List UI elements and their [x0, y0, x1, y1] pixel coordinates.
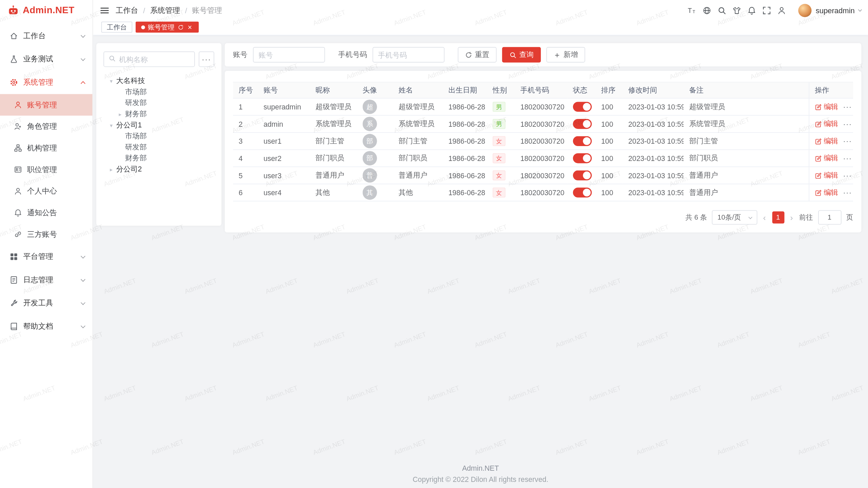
status-toggle[interactable] — [573, 102, 592, 111]
edit-label: 编辑 — [824, 170, 838, 180]
sidebar-subitem[interactable]: 角色管理 — [0, 116, 93, 137]
sidebar-item[interactable]: 帮助文档 — [0, 315, 93, 338]
fullscreen-icon[interactable] — [760, 3, 774, 18]
sidebar-item[interactable]: 开发工具 — [0, 291, 93, 315]
tree-node[interactable]: 市场部 — [103, 86, 214, 98]
language-icon[interactable] — [700, 3, 714, 18]
prev-page-button[interactable]: ‹ — [762, 213, 767, 221]
refresh-icon[interactable] — [177, 24, 184, 30]
avatar: 部 — [362, 134, 377, 148]
account-input[interactable] — [253, 47, 325, 63]
sidebar-item[interactable]: 工作台 — [0, 24, 93, 48]
cell-nickname: 系统管理员 — [310, 116, 357, 133]
theme-icon[interactable] — [730, 3, 744, 18]
tree-node[interactable]: 财务部 — [103, 153, 214, 164]
edit-button[interactable]: 编辑 — [815, 136, 838, 146]
refresh-icon — [465, 51, 472, 58]
org-more-button[interactable]: ··· — [199, 52, 214, 67]
row-more-icon[interactable]: ··· — [843, 154, 852, 162]
page-unit-label: 页 — [846, 213, 853, 222]
tree-node-label: 财务部 — [125, 153, 147, 163]
status-toggle[interactable] — [573, 119, 592, 129]
hamburger-icon[interactable] — [99, 3, 111, 18]
phone-input[interactable] — [373, 47, 445, 63]
cell-actions: 编辑··· — [809, 133, 853, 150]
edit-button[interactable]: 编辑 — [815, 153, 838, 163]
next-page-button[interactable]: › — [789, 213, 794, 221]
status-toggle[interactable] — [573, 153, 592, 163]
status-toggle[interactable] — [573, 187, 592, 197]
column-header: 状态 — [567, 82, 595, 99]
user-menu[interactable]: superadmin — [798, 4, 861, 17]
sidebar-subitem[interactable]: 机构管理 — [0, 137, 93, 159]
breadcrumb-item[interactable]: 工作台 — [116, 5, 138, 15]
cell-modified-time: 2023-01-03 10:59:44 — [623, 133, 684, 150]
tree-node[interactable]: ▾分公司1 — [103, 120, 214, 131]
sidebar-subitem[interactable]: 通知公告 — [0, 202, 93, 224]
tree-caret-icon[interactable]: ▾ — [108, 122, 115, 128]
tree-node[interactable]: 研发部 — [103, 97, 214, 108]
profile-icon[interactable] — [775, 3, 789, 18]
cell-order: 100 — [596, 150, 623, 167]
sidebar-subitem[interactable]: 账号管理 — [0, 94, 93, 116]
org-search-input[interactable] — [119, 55, 190, 63]
row-more-icon[interactable]: ··· — [843, 188, 852, 197]
search-icon[interactable] — [715, 3, 729, 18]
page-size-value: 10条/页 — [717, 213, 741, 222]
tree-caret-icon[interactable]: ▾ — [108, 78, 115, 84]
edit-button[interactable]: 编辑 — [815, 170, 838, 180]
column-header: 姓名 — [393, 82, 443, 99]
cell-nickname: 超级管理员 — [310, 99, 357, 116]
page-size-select[interactable]: 10条/页 — [712, 210, 757, 224]
edit-label: 编辑 — [824, 119, 838, 129]
cell-modified-time: 2023-01-03 10:59:44 — [623, 184, 684, 202]
row-more-icon[interactable]: ··· — [843, 103, 852, 111]
tree-node[interactable]: ▸财务部 — [103, 108, 214, 120]
table-row: 2admin系统管理员系系统管理员1986-06-28男180200307201… — [233, 116, 853, 133]
tree-caret-icon[interactable]: ▸ — [117, 111, 123, 117]
row-more-icon[interactable]: ··· — [843, 171, 852, 179]
edit-button[interactable]: 编辑 — [815, 102, 838, 111]
status-toggle[interactable] — [573, 170, 592, 180]
row-more-icon[interactable]: ··· — [843, 120, 852, 128]
breadcrumb-item[interactable]: 系统管理 — [150, 5, 180, 15]
edit-button[interactable]: 编辑 — [815, 119, 838, 129]
app-root: Admin.NET 工作台业务测试系统管理账号管理角色管理机构管理职位管理个人中… — [0, 0, 868, 488]
row-more-icon[interactable]: ··· — [843, 137, 852, 145]
edit-icon — [815, 172, 822, 179]
sidebar-item[interactable]: 平台管理 — [0, 245, 93, 268]
reset-button[interactable]: 重置 — [458, 47, 496, 63]
close-icon[interactable]: × — [186, 24, 193, 30]
tree-node[interactable]: 研发部 — [103, 142, 214, 153]
sidebar-subitem[interactable]: 三方账号 — [0, 224, 93, 245]
breadcrumb: 工作台/系统管理/账号管理 — [116, 5, 222, 15]
notification-icon[interactable] — [745, 3, 759, 18]
tree-node[interactable]: ▸分公司2 — [103, 164, 214, 175]
sidebar-subitem[interactable]: 个人中心 — [0, 180, 93, 202]
sidebar-subitem-label: 机构管理 — [27, 143, 85, 153]
query-button[interactable]: 查询 — [502, 47, 541, 63]
cell-birthdate: 1986-06-28 — [443, 99, 487, 116]
tab-label: 工作台 — [107, 22, 127, 32]
font-size-icon[interactable]: TT — [685, 3, 699, 18]
cell-birthdate: 1986-06-28 — [443, 133, 487, 150]
current-page[interactable]: 1 — [772, 211, 784, 224]
tab[interactable]: 账号管理× — [136, 22, 199, 33]
tab-bar: 工作台账号管理× — [93, 21, 868, 35]
sidebar-item[interactable]: 日志管理 — [0, 268, 93, 292]
tree-caret-icon[interactable]: ▸ — [108, 166, 115, 172]
goto-page-input[interactable] — [818, 210, 841, 224]
gender-badge: 女 — [493, 170, 506, 180]
tree-node[interactable]: 市场部 — [103, 130, 214, 142]
sidebar-item[interactable]: 系统管理 — [0, 71, 93, 94]
breadcrumb-separator: / — [185, 6, 187, 15]
sidebar-subitem[interactable]: 职位管理 — [0, 159, 93, 181]
sidebar-item[interactable]: 业务测试 — [0, 47, 93, 71]
edit-button[interactable]: 编辑 — [815, 187, 838, 197]
tree-node[interactable]: ▾大名科技 — [103, 75, 214, 86]
status-toggle[interactable] — [573, 136, 592, 146]
cell-birthdate: 1986-06-28 — [443, 116, 487, 133]
tab[interactable]: 工作台 — [101, 22, 132, 33]
add-button[interactable]: + 新增 — [546, 47, 585, 63]
cell-remark: 普通用户 — [684, 184, 809, 202]
